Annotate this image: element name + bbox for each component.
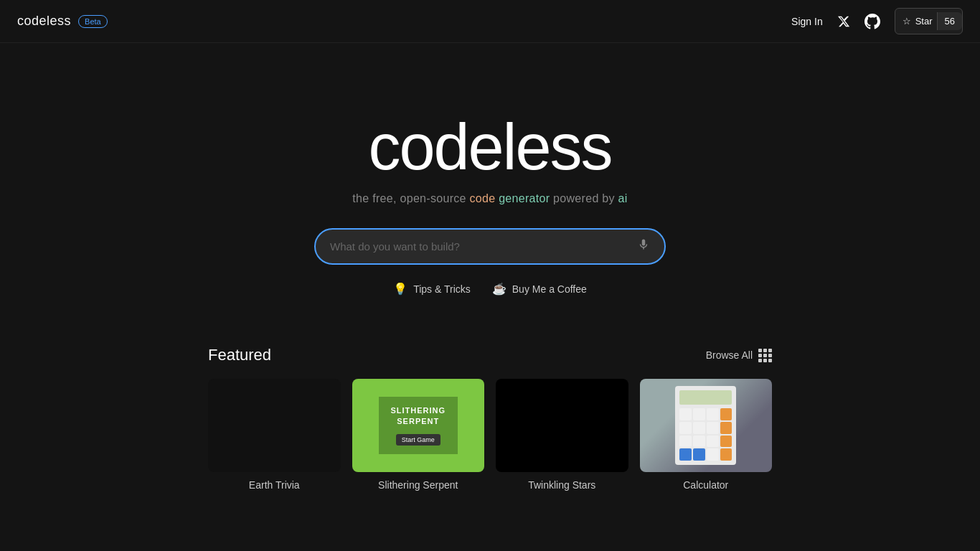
serpent-title: SLITHERINGSERPENT	[387, 405, 449, 426]
calc-btn-blue	[693, 448, 705, 461]
card-calculator[interactable]: Calculator	[640, 379, 773, 491]
card-thumbnail-twinkling-stars	[496, 379, 628, 472]
hero-section: codeless the free, open-source code gene…	[0, 43, 980, 324]
sign-in-button[interactable]: Sign In	[791, 16, 823, 27]
mic-icon[interactable]	[637, 238, 650, 255]
github-icon[interactable]	[864, 14, 880, 29]
navbar-logo: codeless	[17, 14, 71, 29]
calc-btn	[693, 408, 705, 420]
card-label-calculator: Calculator	[640, 479, 773, 491]
hero-title: codeless	[368, 115, 611, 179]
star-count: 56	[937, 12, 962, 30]
subtitle-prefix: the free, open-source	[352, 192, 469, 204]
subtitle-generator: generator	[499, 192, 550, 204]
serpent-inner: SLITHERINGSERPENT Start Game	[379, 397, 458, 454]
subtitle-suffix: powered by	[550, 192, 618, 204]
buy-coffee-label: Buy Me a Coffee	[512, 283, 587, 295]
coffee-icon: ☕	[492, 282, 507, 296]
calc-btn	[707, 448, 719, 461]
calc-btn-orange	[720, 448, 732, 461]
calc-btn-orange	[720, 435, 732, 448]
serpent-start-btn: Start Game	[396, 434, 440, 446]
tips-tricks-label: Tips & Tricks	[413, 283, 471, 295]
tips-tricks-link[interactable]: 💡 Tips & Tricks	[393, 282, 471, 296]
featured-header: Featured Browse All	[208, 346, 772, 364]
card-earth-trivia[interactable]: Earth Trivia	[208, 379, 341, 491]
star-icon: ☆	[903, 16, 911, 27]
grid-icon	[758, 349, 772, 362]
card-twinkling-stars[interactable]: Twinkling Stars	[496, 379, 628, 491]
calc-btn	[679, 408, 692, 420]
calc-btn-orange	[720, 408, 732, 420]
hero-subtitle: the free, open-source code generator pow…	[352, 192, 627, 205]
calc-btn	[707, 408, 719, 420]
search-box	[314, 228, 666, 265]
featured-title: Featured	[208, 346, 271, 364]
browse-all-button[interactable]: Browse All	[706, 349, 772, 362]
beta-badge: Beta	[78, 15, 108, 28]
search-input[interactable]	[330, 240, 630, 253]
browse-all-label: Browse All	[706, 349, 753, 361]
card-slithering-serpent[interactable]: SLITHERINGSERPENT Start Game Slithering …	[352, 379, 485, 491]
calc-btn	[693, 422, 705, 434]
bulb-icon: 💡	[393, 282, 407, 296]
card-thumbnail-earth-trivia	[208, 379, 341, 472]
calc-background	[640, 379, 773, 472]
cards-row: Earth Trivia SLITHERINGSERPENT Start Gam…	[208, 379, 772, 491]
subtitle-code: code	[470, 192, 496, 204]
card-label-twinkling-stars: Twinkling Stars	[496, 479, 628, 491]
calc-visual	[675, 386, 736, 465]
featured-section: Featured Browse All Earth Trivia SLITHER…	[0, 346, 980, 491]
x-icon[interactable]	[837, 15, 850, 28]
calc-btn-orange	[720, 422, 732, 434]
navbar: codeless Beta Sign In ☆ Star 56	[0, 0, 980, 43]
calc-btn	[707, 435, 719, 448]
calc-screen	[679, 390, 732, 405]
search-container	[314, 228, 666, 265]
calc-btn	[693, 435, 705, 448]
subtitle-ai: ai	[618, 192, 628, 204]
calc-btn	[679, 435, 692, 448]
navbar-left: codeless Beta	[17, 14, 108, 29]
card-label-slithering-serpent: Slithering Serpent	[352, 479, 485, 491]
card-thumbnail-slithering-serpent: SLITHERINGSERPENT Start Game	[352, 379, 485, 472]
buy-coffee-link[interactable]: ☕ Buy Me a Coffee	[492, 282, 587, 296]
card-thumbnail-calculator	[640, 379, 773, 472]
star-label: Star	[915, 16, 933, 27]
calc-btn	[679, 422, 692, 434]
navbar-right: Sign In ☆ Star 56	[791, 8, 963, 34]
calc-buttons	[679, 408, 732, 461]
calc-btn-blue	[679, 448, 692, 461]
card-label-earth-trivia: Earth Trivia	[208, 479, 341, 491]
links-row: 💡 Tips & Tricks ☕ Buy Me a Coffee	[393, 282, 587, 296]
calc-btn	[707, 422, 719, 434]
star-button[interactable]: ☆ Star 56	[895, 8, 963, 34]
